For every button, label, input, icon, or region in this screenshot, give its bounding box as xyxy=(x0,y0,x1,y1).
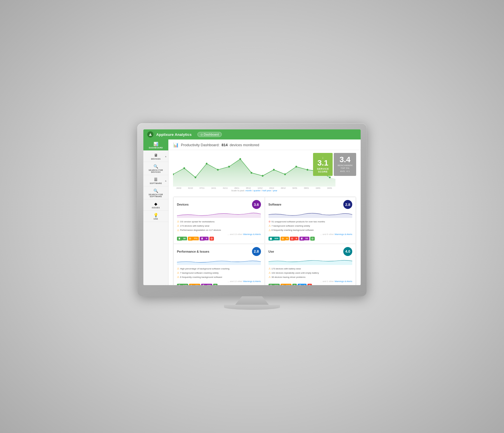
software-alert-list: ⊘ 51 unapproved software products for ov… xyxy=(269,220,353,232)
tab-label: Dashboard xyxy=(204,133,219,136)
badge-perf-401: ⊙ 401 xyxy=(189,284,200,285)
svg-point-10 xyxy=(284,173,286,175)
devices-warnings-link[interactable]: Warnings & Alerts xyxy=(243,233,261,236)
monitor-stand-base xyxy=(224,305,280,310)
sidebar-item-search-software[interactable]: 🔍 SEARCH FOR SOFTWARE xyxy=(143,186,168,199)
scale-half-year[interactable]: half year xyxy=(262,189,271,192)
software-score-bubble: 2.8 xyxy=(343,200,352,209)
devices-card: Devices 3.6 xyxy=(173,197,265,244)
warn-icon: ⚠ xyxy=(177,275,179,279)
software-more-link: ... and 6 other Warnings & Alerts xyxy=(269,233,353,236)
page-title: Productivity Dashboard: 814 devices moni… xyxy=(181,143,259,147)
sidebar-item-dashboard[interactable]: 📊 DASHBOARD xyxy=(143,139,168,151)
badge-perf-green: ⊙ xyxy=(213,284,218,285)
alert-row: ⚠ 102 devices repeatedly used until empt… xyxy=(269,271,353,275)
performance-warnings-link[interactable]: Warnings & Alerts xyxy=(243,280,261,283)
benchmark-label: BENCHMARK TOP 5% AVG. 4.1 xyxy=(338,164,352,173)
alert-row: ⚠ 7 background software crashing widely xyxy=(177,271,261,275)
alert-row: ⊘ 51 unapproved software products for ov… xyxy=(269,220,353,224)
sidebar-item-search-devices[interactable]: 🔍 SEARCH FOR DEVICES xyxy=(143,162,168,175)
software-badge-row: ▦ 839 ⊙ 8 ⊙ 8 xyxy=(269,237,353,241)
performance-card-title: Performance & Issues xyxy=(177,250,209,253)
dashboard-tab[interactable]: ⊙ Dashboard xyxy=(197,132,222,137)
badge-software-8o: ⊙ 8 xyxy=(281,237,289,241)
scale-year[interactable]: year xyxy=(273,189,277,192)
alert-row: ⚠ 173 devices with battery wear xyxy=(269,267,353,271)
top-bar: Applixure Analytics ⊙ Dashboard xyxy=(143,129,361,139)
badge-devices-red: ⊙ xyxy=(209,237,214,241)
warn-icon: ⚠ xyxy=(177,220,179,224)
sidebar-label-search-software: SEARCH FOR SOFTWARE xyxy=(144,194,167,197)
badge-use-red: ⊙ xyxy=(307,284,312,285)
badge-use-242: ⊙ 242 xyxy=(281,284,291,285)
warn-icon: ⚠ xyxy=(269,271,271,275)
software-card-header: Software 2.8 xyxy=(269,200,353,209)
badge-software-8r: ⊙ 8 xyxy=(290,237,298,241)
warn-icon: ⚠ xyxy=(177,224,179,228)
main-layout: 📊 DASHBOARD 🖥 DEVICES ▲ 🔍 SEARCH FOR DEV… xyxy=(143,139,361,285)
svg-point-8 xyxy=(262,175,263,177)
sidebar-item-software[interactable]: ☰ SOFTWARE ▲ xyxy=(143,175,168,186)
alert-row: ⚠ 173 devices with battery wear xyxy=(177,224,261,228)
svg-point-7 xyxy=(251,172,252,174)
service-score-label: SERVICE SCORE xyxy=(317,167,329,173)
performance-card: Performance & Issues 2.8 xyxy=(173,244,265,285)
devices-mini-chart xyxy=(177,210,261,218)
devices-arrow-icon: ▲ xyxy=(165,155,167,157)
alert-row: ⚠ 7 background software crashing widely xyxy=(269,224,353,228)
devices-card-header: Devices 3.6 xyxy=(177,200,261,209)
software-arrow-icon: ▲ xyxy=(165,179,167,182)
svg-point-14 xyxy=(329,176,331,178)
header-chart-icon: 📊 xyxy=(173,142,179,148)
sidebar-item-issues[interactable]: ◆ ISSUES xyxy=(143,199,168,211)
software-warnings-link[interactable]: Warnings & Alerts xyxy=(335,233,352,236)
svg-point-12 xyxy=(307,169,308,171)
badge-use-8: 🖥 8 xyxy=(298,284,306,285)
alert-row: ⚠ High percentage of background software… xyxy=(177,267,261,271)
use-icon: 💡 xyxy=(153,213,158,217)
svg-point-6 xyxy=(239,158,241,160)
alert-row: ⚠ 6 frequently crashing background softw… xyxy=(177,275,261,279)
use-badge-row: 🖥 568 ⊙ 242 ⊙ xyxy=(269,284,353,285)
badge-use-568: 🖥 568 xyxy=(269,284,280,285)
alert-row: ⚠ Performance degradation on 117 devices xyxy=(177,228,261,232)
devices-icon: 🖥 xyxy=(154,153,158,157)
scale-month[interactable]: month xyxy=(245,189,251,192)
devices-badge-row: 🖥 38 ⊙ 771 🖥 9 xyxy=(177,237,261,241)
svg-point-5 xyxy=(228,166,230,168)
score-cards: ↓ 3.1 SERVICE SCORE 3.4 BENCHMARK TOP 5%… xyxy=(313,153,356,176)
software-card: Software 2.8 xyxy=(265,197,356,244)
monitor-screen: Applixure Analytics ⊙ Dashboard 📊 DASHBO… xyxy=(143,129,361,285)
performance-score-bubble: 2.8 xyxy=(252,247,261,256)
use-warnings-link[interactable]: Warnings & Alerts xyxy=(335,280,352,283)
warn-icon: ⚠ xyxy=(177,228,179,232)
svg-point-3 xyxy=(206,163,207,165)
software-icon: ☰ xyxy=(154,177,158,182)
badge-software-839: ▦ 839 xyxy=(269,237,280,241)
devices-alert-list: ⚠ OS version sprawl for workstations ⚠ 1… xyxy=(177,220,261,232)
tab-icon: ⊙ xyxy=(200,133,203,136)
monitor-bezel: Applixure Analytics ⊙ Dashboard 📊 DASHBO… xyxy=(137,123,367,296)
main-content: 📊 Productivity Dashboard: 814 devices mo… xyxy=(169,139,361,285)
devices-card-title: Devices xyxy=(177,203,189,206)
sidebar-item-devices[interactable]: 🖥 DEVICES ▲ xyxy=(143,151,168,162)
scale-quarter[interactable]: quarter xyxy=(253,189,260,192)
performance-card-header: Performance & Issues 2.8 xyxy=(177,247,261,256)
sidebar-label-devices: DEVICES xyxy=(151,158,160,160)
badge-perf-162: 🖥 162 xyxy=(177,284,188,285)
badge-software-53: 🖥 53 xyxy=(299,237,309,241)
sidebar-label-software: SOFTWARE xyxy=(150,182,162,184)
badge-devices-38: 🖥 38 xyxy=(177,237,187,241)
search-software-icon: 🔍 xyxy=(153,188,158,193)
warn-icon: ⚠ xyxy=(269,228,271,232)
performance-mini-chart xyxy=(177,257,261,265)
badge-devices-771: ⊙ 771 xyxy=(188,237,199,241)
main-header: 📊 Productivity Dashboard: 814 devices mo… xyxy=(169,139,361,150)
chart-section: 24/10 31/10 07/11 14/11 21/11 28/11 05/1… xyxy=(169,150,361,195)
app-title: Applixure Analytics xyxy=(156,132,192,137)
sidebar-item-use[interactable]: 💡 USE xyxy=(143,211,168,222)
alert-row: ⚠ 36 devices having driver problems xyxy=(269,275,353,279)
svg-point-9 xyxy=(273,169,275,171)
svg-point-11 xyxy=(295,166,297,168)
sidebar-label-search-devices: SEARCH FOR DEVICES xyxy=(144,169,167,173)
